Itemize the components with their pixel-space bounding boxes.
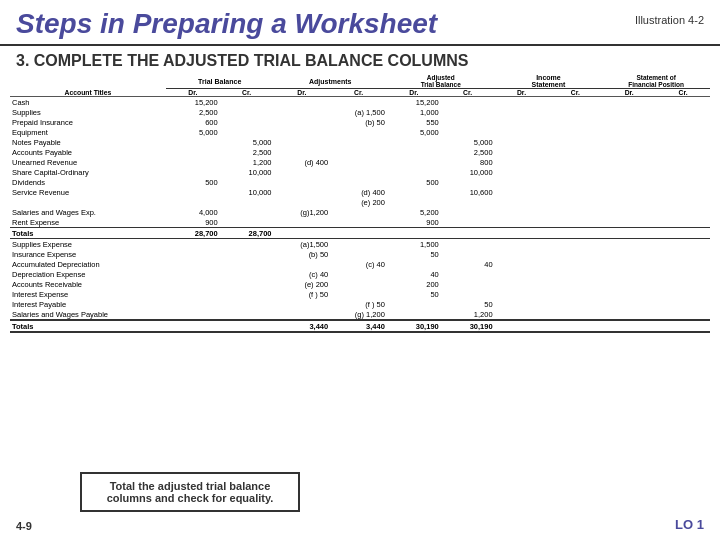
instruction-line1: Total the adjusted trial balance: [110, 480, 271, 492]
col-sub-header-row: Account Titles Dr. Cr. Dr. Cr. Dr. Cr. D…: [10, 89, 710, 97]
trial-balance-group: Trial Balance: [166, 74, 274, 89]
table-row: Accounts Payable2,5002,500: [10, 147, 710, 157]
is-dr-header: Dr.: [495, 89, 549, 97]
adj-cr-header: Cr.: [330, 89, 387, 97]
is-cr-header: Cr.: [548, 89, 602, 97]
table-row: Depreciation Expense(c) 4040: [10, 269, 710, 279]
atb-dr-header: Dr.: [387, 89, 441, 97]
tb-dr-header: Dr.: [166, 89, 220, 97]
illustration-label: Illustration 4-2: [635, 8, 704, 26]
sfp-group: Statement ofFinancial Position: [602, 74, 710, 89]
table-row: Supplies2,500(a) 1,5001,000: [10, 107, 710, 117]
page-number: 4-9: [16, 520, 32, 532]
account-titles-header: Account Titles: [10, 89, 166, 97]
table-row: Salaries and Wages Payable(g) 1,2001,200: [10, 309, 710, 320]
sfp-dr-header: Dr.: [602, 89, 656, 97]
table-row: Share Capital-Ordinary10,00010,000: [10, 167, 710, 177]
table-row: Accumulated Depreciation(c) 4040: [10, 259, 710, 269]
table-row: Prepaid Insurance600(b) 50550: [10, 117, 710, 127]
account-col-header: [10, 74, 166, 89]
instruction-line2: columns and check for equality.: [107, 492, 274, 504]
atb-cr-header: Cr.: [441, 89, 495, 97]
lo-number: LO 1: [675, 517, 704, 532]
page-header: Steps in Preparing a Worksheet Illustrat…: [0, 0, 720, 46]
table-row: Salaries and Wages Exp.4,000(g)1,2005,20…: [10, 207, 710, 217]
table-row: Cash15,20015,200: [10, 97, 710, 108]
table-row: (e) 200: [10, 197, 710, 207]
table-row: Insurance Expense(b) 5050: [10, 249, 710, 259]
table-row: Equipment5,0005,000: [10, 127, 710, 137]
col-group-header-row: Trial Balance Adjustments AdjustedTrial …: [10, 74, 710, 89]
page-title: Steps in Preparing a Worksheet: [16, 8, 437, 40]
adj-dr-header: Dr.: [274, 89, 331, 97]
adjustments-group: Adjustments: [274, 74, 387, 89]
instruction-box: Total the adjusted trial balance columns…: [80, 472, 300, 512]
tb-cr-header: Cr.: [220, 89, 274, 97]
section-subtitle: 3. COMPLETE THE ADJUSTED TRIAL BALANCE C…: [0, 46, 720, 74]
adjusted-tb-group: AdjustedTrial Balance: [387, 74, 495, 89]
table-row: Interest Expense(f ) 5050: [10, 289, 710, 299]
worksheet-table: Trial Balance Adjustments AdjustedTrial …: [0, 74, 720, 333]
table-row: Notes Payable5,0005,000: [10, 137, 710, 147]
sfp-cr-header: Cr.: [656, 89, 710, 97]
table-row: Service Revenue10,000(d) 40010,600: [10, 187, 710, 197]
income-stmt-group: IncomeStatement: [495, 74, 603, 89]
table-row: Rent Expense900900: [10, 217, 710, 228]
table-row: Supplies Expense(a)1,5001,500: [10, 239, 710, 250]
table-row: Interest Payable(f ) 5050: [10, 299, 710, 309]
table-row: Totals28,70028,700: [10, 228, 710, 239]
table-row: Unearned Revenue1,200(d) 400800: [10, 157, 710, 167]
table-row: Accounts Receivable(e) 200200: [10, 279, 710, 289]
table-row: Totals3,4403,44030,19030,190: [10, 320, 710, 332]
table-row: Dividends500500: [10, 177, 710, 187]
